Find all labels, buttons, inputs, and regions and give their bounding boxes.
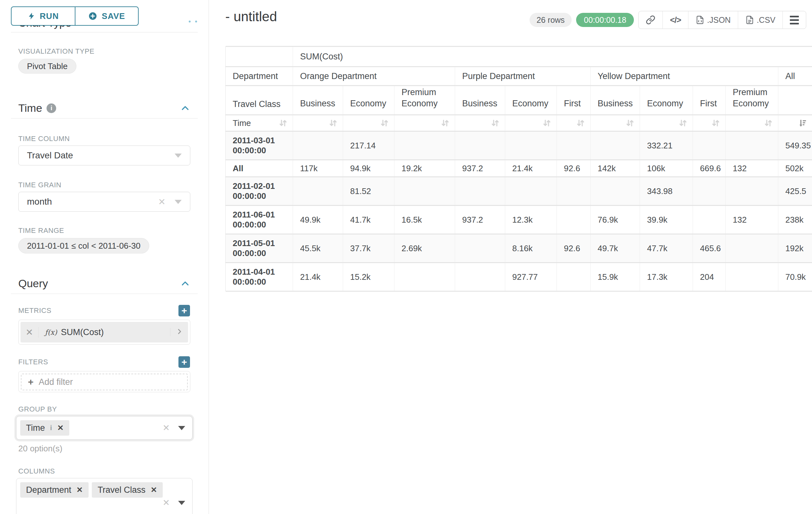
value-cell [557,132,590,159]
sort-header-cell[interactable] [395,115,455,131]
value-cell [726,132,778,159]
filters-label: FILTERS [18,358,48,366]
sort-icon[interactable] [379,118,389,128]
more-options-button[interactable] [782,11,806,29]
sort-icon[interactable] [278,118,288,128]
sort-header-cell[interactable] [293,115,343,131]
sort-header-cell[interactable]: Time [226,115,293,131]
sort-icon[interactable] [490,118,500,128]
chevron-up-icon[interactable] [180,279,190,289]
query-duration-badge: 00:00:00.18 [576,13,634,27]
sort-header-cell[interactable] [590,115,640,131]
value-cell [395,132,455,159]
column-group-header: Purple Department [455,67,590,85]
columns-select[interactable]: Department✕Travel Class✕ ✕ [16,478,193,514]
export-json-button[interactable]: .JSON [688,11,738,29]
sort-icon[interactable] [710,118,721,128]
sort-icon[interactable] [625,118,635,128]
chevron-down-icon [175,200,182,204]
sort-header-cell[interactable] [455,115,505,131]
info-icon[interactable]: i [50,424,52,432]
metric-name: SUM(Cost) [61,327,104,337]
sort-header-cell[interactable] [505,115,557,131]
add-filter-button[interactable]: + [178,356,190,368]
chevron-down-icon [175,154,182,158]
copy-link-button[interactable] [639,11,662,29]
value-cell: 81.52 [343,177,395,205]
visualization-type-pill[interactable]: Pivot Table [18,59,77,74]
remove-chip-icon[interactable]: ✕ [57,424,63,432]
value-cell: 669.6 [693,160,726,177]
json-file-icon [696,15,704,25]
save-button[interactable]: SAVE [75,6,139,26]
clear-icon[interactable]: ✕ [163,423,170,433]
value-cell: 425.5 [778,177,812,205]
dimension-chip[interactable]: Timei✕ [20,420,69,436]
control-panel: Chart Type RUN SAVE VISUALIZATION TYPE P… [0,0,209,514]
group-by-options-hint: 20 option(s) [18,444,198,454]
view-query-button[interactable]: </> [662,11,688,29]
value-cell: 192k [778,235,812,262]
sort-header-cell[interactable] [778,115,812,131]
value-cell: 45.5k [293,235,343,262]
subcolumn-header [778,86,812,114]
table-row: 2011-02-01 00:00:0081.52343.98425.5 [226,177,812,205]
remove-chip-icon[interactable]: ✕ [150,485,157,494]
group-by-select[interactable]: Timei✕ ✕ [16,416,193,440]
sort-header-cell[interactable] [693,115,726,131]
value-cell [726,235,778,262]
value-cell: 70.9k [778,263,812,291]
sort-header-cell[interactable] [343,115,395,131]
row-header-cell: 2011-03-01 00:00:00 [226,132,293,159]
corner-cell [226,47,293,66]
value-cell [557,206,590,234]
sort-header-cell[interactable] [640,115,693,131]
table-row: All117k94.9k19.2k937.221.4k92.6142k106k6… [226,160,812,177]
sort-icon[interactable] [678,118,688,128]
dimension-chip[interactable]: Travel Class✕ [92,482,163,497]
query-section-header[interactable]: Query [18,277,190,290]
run-button[interactable]: RUN [11,6,75,26]
dimension-chip[interactable]: Department✕ [20,482,89,497]
row-header-cell: All [226,160,293,177]
sort-icon[interactable] [763,118,774,128]
sort-icon[interactable] [576,118,586,128]
add-metric-button[interactable]: + [178,305,190,317]
remove-chip-icon[interactable]: ✕ [77,485,83,494]
value-cell [395,263,455,291]
value-cell [693,177,726,205]
column-group-header: Yellow Department [590,67,778,85]
sort-header-cell[interactable] [557,115,590,131]
chevron-down-icon [178,426,185,430]
clear-icon[interactable]: ✕ [158,197,166,207]
sort-descending-icon[interactable] [797,118,808,128]
value-cell [455,177,505,205]
time-section-header[interactable]: Time i [18,102,190,114]
panel-drag-handle-icon[interactable] [189,21,197,23]
clear-icon[interactable]: ✕ [163,497,170,508]
time-column-select[interactable]: Travel Date [18,145,190,165]
code-icon: </> [670,15,681,25]
sort-icon[interactable] [440,118,450,128]
time-grain-select[interactable]: month ✕ [18,192,190,212]
metric-item[interactable]: ✕ ƒ(x) SUM(Cost) [21,322,188,343]
add-filter-dropzone[interactable]: + Add filter [21,374,188,390]
table-row: 2011-04-01 00:00:0021.4k15.2k927.7715.9k… [226,263,812,291]
row-header-cell: 2011-04-01 00:00:00 [226,263,293,291]
section-divider [11,294,198,294]
remove-metric-icon[interactable]: ✕ [21,327,38,337]
value-cell [455,132,505,159]
sort-icon[interactable] [542,118,552,128]
chevron-right-icon[interactable] [170,328,188,336]
subcolumn-header: Premium Economy [726,86,778,114]
chart-title[interactable]: - untitled [225,9,277,24]
info-icon[interactable]: i [47,104,56,113]
value-cell: 332.21 [640,132,693,159]
sort-icon[interactable] [328,118,338,128]
export-csv-button[interactable]: .CSV [738,11,782,29]
plus-icon: + [28,377,34,387]
pivot-table: SUM(Cost)DepartmentOrange DepartmentPurp… [225,47,812,291]
sort-header-cell[interactable] [726,115,778,131]
time-range-pill[interactable]: 2011-01-01 ≤ col < 2011-06-30 [18,238,149,253]
chevron-up-icon[interactable] [180,104,190,113]
